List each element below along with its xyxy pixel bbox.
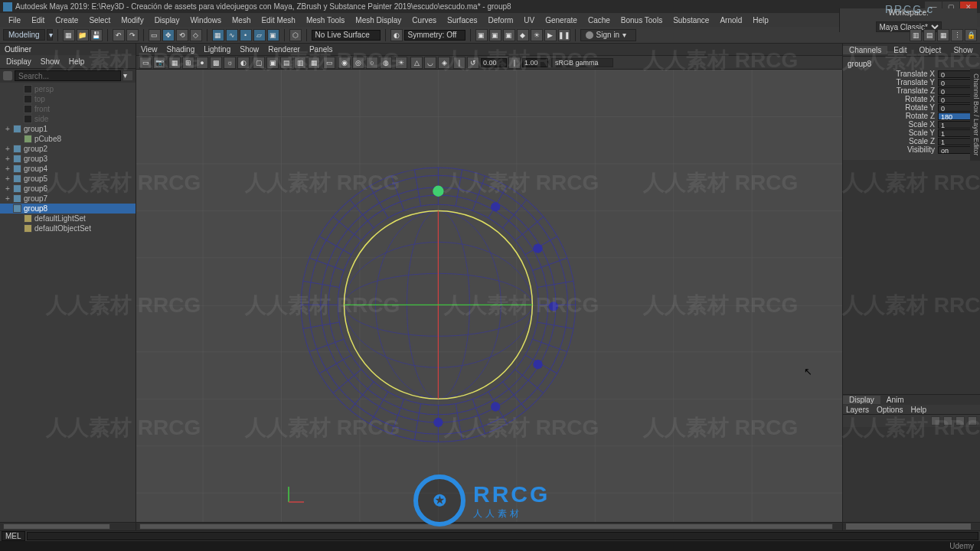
color-mgmt-dropdown[interactable]: sRGB gamma <box>551 58 613 67</box>
right-scroll-h[interactable] <box>843 522 980 530</box>
menu-curves[interactable]: Curves <box>407 16 442 24</box>
attr-value[interactable]: 180 <box>938 112 975 120</box>
select-tool-icon[interactable]: ▭ <box>149 29 161 41</box>
menu-substance[interactable]: Substance <box>668 16 714 24</box>
layer-down-icon[interactable] <box>968 416 977 425</box>
layer-menu-help[interactable]: Help <box>910 406 926 414</box>
outliner-item-front[interactable]: front <box>0 104 136 114</box>
attr-value[interactable]: 0 <box>938 79 975 86</box>
outliner-item-pCube8[interactable]: pCube8 <box>0 134 136 144</box>
far-clip-input[interactable] <box>522 58 548 67</box>
outliner-item-group3[interactable]: +group3 <box>0 154 136 164</box>
panel-c-icon[interactable]: ▦ <box>937 29 949 41</box>
save-scene-icon[interactable]: 💾 <box>90 29 103 41</box>
outliner-scroll-h[interactable] <box>0 522 136 530</box>
search-options-icon[interactable]: ▾ <box>123 71 132 80</box>
channel-tab-object[interactable]: Object <box>913 46 948 54</box>
mode-dropdown[interactable]: Modeling <box>3 29 45 41</box>
menu-edit-mesh[interactable]: Edit Mesh <box>256 16 300 24</box>
vp-camera-icon[interactable]: 📷 <box>153 57 165 69</box>
vp-texture-icon[interactable]: ▩ <box>210 57 222 69</box>
layer-menu-options[interactable]: Options <box>877 406 903 414</box>
vp-exposure-icon[interactable]: ☀ <box>395 57 407 69</box>
vp-xray4-icon[interactable]: ▦ <box>308 57 320 69</box>
outliner-item-group8[interactable]: group8 <box>0 204 136 214</box>
menu-file[interactable]: File <box>3 16 26 24</box>
vp-wire-icon[interactable]: ⊞ <box>182 57 194 69</box>
vp-gate-icon[interactable]: ▭ <box>323 57 335 69</box>
vp-dof-icon[interactable]: ○ <box>366 57 378 69</box>
hypershade-icon[interactable]: ◆ <box>517 29 529 41</box>
rotate-tool-icon[interactable]: ⟲ <box>176 29 188 41</box>
outliner-item-group7[interactable]: +group7 <box>0 194 136 204</box>
panel-d-icon[interactable]: ⋮ <box>951 29 963 41</box>
vp-clip-far-icon[interactable]: | <box>508 57 521 69</box>
vp-menu-view[interactable]: View <box>141 45 158 54</box>
vp-menu-renderer[interactable]: Renderer <box>268 45 300 54</box>
outliner-item-side[interactable]: side <box>0 114 136 124</box>
menu-surfaces[interactable]: Surfaces <box>442 16 482 24</box>
vp-subdiv-icon[interactable]: ◈ <box>438 57 450 69</box>
symmetry-field[interactable]: Symmetry: Off <box>404 30 466 41</box>
vp-select-icon[interactable]: ▭ <box>139 57 152 69</box>
vp-shadow-icon[interactable]: ◐ <box>237 57 250 69</box>
signin-button[interactable]: Sign in ▾ <box>580 29 637 41</box>
outliner-item-group1[interactable]: +group1 <box>0 124 136 134</box>
menu-edit[interactable]: Edit <box>26 16 50 24</box>
vp-aa-icon[interactable]: ◉ <box>338 57 351 69</box>
attr-value[interactable]: 0 <box>938 96 975 103</box>
expand-icon[interactable]: + <box>5 174 11 183</box>
move-tool-icon[interactable]: ✥ <box>162 29 175 41</box>
vp-xray-icon[interactable]: ▣ <box>266 57 279 69</box>
outliner-item-defaultObjectSet[interactable]: defaultObjectSet <box>0 223 136 233</box>
layer-add-icon[interactable] <box>943 416 952 425</box>
render-icon[interactable]: ▣ <box>475 29 488 41</box>
lock-icon[interactable]: 🔒 <box>965 29 977 41</box>
vp-xray2-icon[interactable]: ▤ <box>280 57 292 69</box>
menu-generate[interactable]: Generate <box>540 16 583 24</box>
vp-clip-near-icon[interactable]: | <box>453 57 466 69</box>
menu-create[interactable]: Create <box>50 16 83 24</box>
snap-curve-icon[interactable]: ∿ <box>226 29 238 41</box>
vp-menu-lighting[interactable]: Lighting <box>204 45 230 54</box>
layer-up-icon[interactable] <box>956 416 965 425</box>
expand-icon[interactable]: + <box>5 165 11 173</box>
layer-menu-layers[interactable]: Layers <box>846 406 869 414</box>
menu-windows[interactable]: Windows <box>185 16 227 24</box>
outliner-menu-display[interactable]: Display <box>3 57 34 67</box>
ipr-icon[interactable]: ▣ <box>489 29 501 41</box>
expand-icon[interactable]: + <box>5 125 11 133</box>
outliner-tree[interactable]: persptopfrontside+group1pCube8+group2+gr… <box>0 83 136 522</box>
vp-reset-icon[interactable]: ↺ <box>467 57 479 69</box>
near-clip-input[interactable] <box>481 58 507 67</box>
layer-tab-display[interactable]: Display <box>843 396 880 404</box>
search-scope-icon[interactable] <box>3 71 12 80</box>
attr-value[interactable]: 0 <box>938 87 975 95</box>
outliner-menu-help[interactable]: Help <box>66 57 88 67</box>
panel-a-icon[interactable]: ▥ <box>910 29 922 41</box>
vp-menu-panels[interactable]: Panels <box>309 45 333 54</box>
menu-mesh-tools[interactable]: Mesh Tools <box>301 16 350 24</box>
channel-node-name[interactable]: group8 <box>846 58 977 70</box>
layer-tab-anim[interactable]: Anim <box>880 396 910 404</box>
panel-b-icon[interactable]: ▤ <box>923 29 936 41</box>
vp-poly-icon[interactable]: △ <box>410 57 423 69</box>
menu-mesh[interactable]: Mesh <box>227 16 256 24</box>
pause-icon[interactable]: ❚❚ <box>558 29 570 41</box>
layer-list[interactable] <box>843 427 980 522</box>
outliner-item-group5[interactable]: +group5 <box>0 174 136 184</box>
expand-icon[interactable]: + <box>5 184 11 193</box>
vp-motion-icon[interactable]: ◎ <box>352 57 364 69</box>
attr-value[interactable]: 1 <box>938 129 975 137</box>
command-input[interactable] <box>27 532 978 540</box>
menu-uv[interactable]: UV <box>518 16 540 24</box>
menu-bonus-tools[interactable]: Bonus Tools <box>616 16 668 24</box>
render-settings-icon[interactable]: ▣ <box>503 29 515 41</box>
toggle-a-icon[interactable]: ◐ <box>390 29 403 41</box>
vp-light-icon[interactable]: ☼ <box>224 57 236 69</box>
side-tab-label[interactable]: Channel Box / Layer Editor <box>970 69 980 161</box>
outliner-menu-show[interactable]: Show <box>38 57 63 67</box>
attr-value[interactable]: 0 <box>938 104 975 112</box>
vp-nurbs-icon[interactable]: ◡ <box>424 57 436 69</box>
expand-icon[interactable]: + <box>5 145 11 153</box>
